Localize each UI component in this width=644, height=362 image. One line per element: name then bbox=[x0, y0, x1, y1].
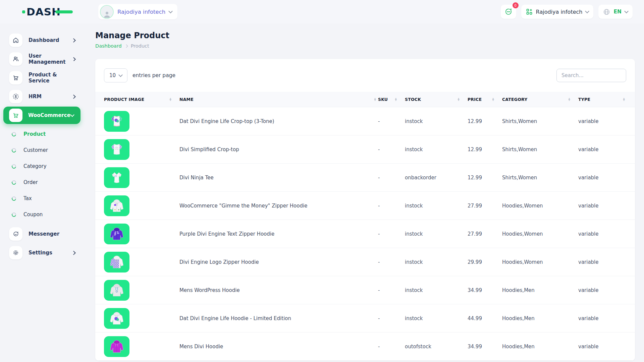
product-name: Divi Engine Logo Zipper Hoodie bbox=[179, 259, 378, 265]
bullet-icon bbox=[11, 163, 17, 169]
search-input[interactable] bbox=[556, 69, 626, 82]
workspace-selector[interactable]: Rajodiya infotech bbox=[98, 4, 177, 19]
chat-icon bbox=[9, 227, 22, 241]
sidebar-item-label: HRM bbox=[29, 94, 42, 100]
hrm-icon bbox=[9, 90, 22, 103]
table-row: Mens Divi Hoodie-outofstock34.99Hoodies,… bbox=[95, 333, 635, 361]
bullet-icon bbox=[11, 131, 17, 137]
product-sku: - bbox=[378, 146, 405, 153]
sidebar-subitem-category[interactable]: Category bbox=[0, 158, 84, 174]
breadcrumb-dashboard-link[interactable]: Dashboard bbox=[95, 43, 122, 49]
cart-icon bbox=[9, 71, 22, 84]
column-header-price[interactable]: PRICE▲▼ bbox=[468, 97, 502, 102]
language-selector[interactable]: EN bbox=[598, 5, 633, 19]
product-category: Hoodies,Women bbox=[502, 231, 578, 237]
sidebar-subitem-label: Customer bbox=[23, 147, 48, 153]
entries-value: 10 bbox=[109, 72, 116, 78]
main-content: Manage Product Dashboard Product 10 entr… bbox=[84, 23, 644, 362]
sidebar-subitem-order[interactable]: Order bbox=[0, 174, 84, 190]
sidebar-subitem-tax[interactable]: Tax bbox=[0, 190, 84, 206]
product-category: Hoodies,Men bbox=[502, 287, 578, 293]
product-type: variable bbox=[578, 344, 627, 350]
sort-arrows-icon: ▲▼ bbox=[458, 98, 460, 101]
column-label: SKU bbox=[378, 97, 388, 102]
product-price: 44.99 bbox=[468, 315, 502, 321]
column-header-sku[interactable]: SKU▲▼ bbox=[378, 97, 405, 102]
product-sku: - bbox=[378, 175, 405, 181]
sidebar-item-product-service[interactable]: Product & Service bbox=[0, 68, 84, 87]
company-selector[interactable]: Rajodiya infotech bbox=[521, 5, 594, 19]
table-row: WooCommerce "Gimme the Money" Zipper Hoo… bbox=[95, 192, 635, 220]
product-stock: instock bbox=[405, 231, 468, 237]
sidebar-item-label: Settings bbox=[29, 250, 52, 256]
chevron-right-icon bbox=[71, 95, 76, 99]
column-header-category[interactable]: CATEGORY▲▼ bbox=[502, 97, 578, 102]
chevron-down-icon bbox=[168, 9, 173, 13]
sidebar-item-label: Product & Service bbox=[29, 72, 75, 84]
column-label: NAME bbox=[179, 97, 194, 102]
product-sku: - bbox=[378, 287, 405, 293]
language-label: EN bbox=[613, 9, 622, 15]
entries-per-page-label: entries per page bbox=[132, 72, 175, 78]
entries-per-page-select[interactable]: 10 bbox=[104, 68, 127, 82]
table-row: Purple Divi Engine Text Zipper Hoodie-in… bbox=[95, 220, 635, 248]
product-type: variable bbox=[578, 315, 627, 321]
product-price: 34.99 bbox=[468, 287, 502, 293]
product-price: 12.99 bbox=[468, 175, 502, 181]
table-row: Dat Divi Engine Life Crop-top (3-Tone)-i… bbox=[95, 107, 635, 135]
topbar: DASH Rajodiya infotech 0 Rajodiya infote… bbox=[0, 0, 644, 23]
chevron-down-icon bbox=[118, 73, 123, 77]
sidebar-item-hrm[interactable]: HRM bbox=[0, 87, 84, 106]
workspace-avatar bbox=[100, 5, 114, 19]
column-header-product-image[interactable]: PRODUCT IMAGE▲▼ bbox=[104, 97, 179, 102]
product-image bbox=[104, 224, 129, 244]
product-image bbox=[104, 195, 129, 216]
column-header-type[interactable]: TYPE▲▼ bbox=[578, 97, 627, 102]
bullet-icon bbox=[11, 147, 17, 153]
brand-logo[interactable]: DASH bbox=[22, 6, 73, 18]
sidebar-item-dashboard[interactable]: Dashboard bbox=[0, 31, 84, 50]
sidebar-subitem-product[interactable]: Product bbox=[0, 126, 84, 142]
sidebar-item-woocommerce[interactable]: WooCommerce bbox=[3, 107, 80, 124]
cart-icon bbox=[9, 109, 22, 122]
product-stock: instock bbox=[405, 203, 468, 209]
table-controls: 10 entries per page bbox=[95, 59, 635, 92]
column-label: STOCK bbox=[405, 97, 421, 102]
product-price: 27.99 bbox=[468, 203, 502, 209]
chevron-down-icon bbox=[585, 9, 590, 13]
product-category: Hoodies,Women bbox=[502, 259, 578, 265]
product-name: WooCommerce "Gimme the Money" Zipper Hoo… bbox=[179, 203, 378, 209]
table-header-row: PRODUCT IMAGE▲▼NAME▲▼SKU▲▼STOCK▲▼PRICE▲▼… bbox=[95, 92, 635, 107]
column-label: PRODUCT IMAGE bbox=[104, 97, 144, 102]
messenger-badge: 0 bbox=[513, 2, 519, 8]
table-row: Divi Engine Logo Zipper Hoodie-instock29… bbox=[95, 248, 635, 276]
sort-arrows-icon: ▲▼ bbox=[169, 98, 171, 101]
sidebar-subitem-coupon[interactable]: Coupon bbox=[0, 206, 84, 223]
product-category: Shirts,Women bbox=[502, 118, 578, 124]
chevron-right-icon bbox=[124, 45, 128, 48]
product-price: 12.99 bbox=[468, 146, 502, 153]
sidebar-item-label: Messenger bbox=[29, 231, 59, 237]
sidebar-item-settings[interactable]: Settings bbox=[0, 243, 84, 262]
sidebar-subitem-label: Product bbox=[23, 131, 46, 137]
product-price: 29.99 bbox=[468, 259, 502, 265]
bullet-icon bbox=[11, 195, 17, 201]
product-sku: - bbox=[378, 344, 405, 350]
company-label: Rajodiya infotech bbox=[536, 9, 583, 15]
column-header-name[interactable]: NAME▲▼ bbox=[179, 97, 378, 102]
product-name: Dat Divi Engine Life Hoodie - Limited Ed… bbox=[179, 315, 378, 321]
sidebar: Dashboard User Management Product & Serv… bbox=[0, 23, 84, 362]
chevron-down-icon bbox=[624, 9, 629, 13]
sort-arrows-icon: ▲▼ bbox=[623, 98, 625, 101]
messenger-button[interactable]: 0 bbox=[501, 5, 516, 19]
chevron-down-icon bbox=[70, 113, 74, 117]
product-table-card: 10 entries per page PRODUCT IMAGE▲▼NAME▲… bbox=[95, 59, 635, 361]
product-sku: - bbox=[378, 315, 405, 321]
sidebar-subitem-label: Order bbox=[23, 179, 38, 185]
column-header-stock[interactable]: STOCK▲▼ bbox=[405, 97, 468, 102]
sidebar-item-messenger[interactable]: Messenger bbox=[0, 225, 84, 243]
sidebar-item-label: Dashboard bbox=[29, 37, 59, 43]
sidebar-subitem-customer[interactable]: Customer bbox=[0, 142, 84, 158]
sidebar-item-user-management[interactable]: User Management bbox=[0, 50, 84, 68]
product-image bbox=[104, 308, 129, 329]
